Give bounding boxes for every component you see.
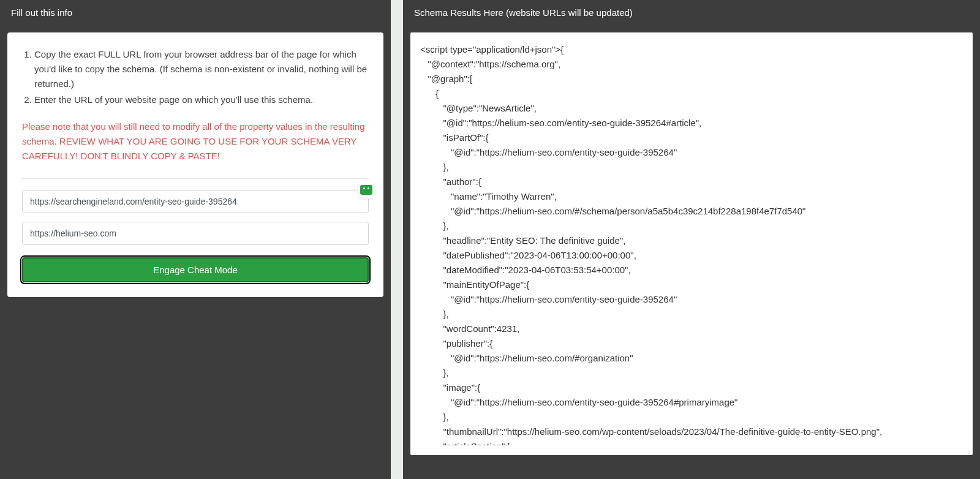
- instruction-item: Enter the URL of your website page on wh…: [34, 92, 369, 107]
- instruction-item: Copy the exact FULL URL from your browse…: [34, 47, 369, 91]
- divider: [22, 178, 369, 179]
- right-panel-header: Schema Results Here (website URLs will b…: [403, 0, 980, 25]
- target-url-input[interactable]: [22, 222, 369, 245]
- robot-icon: [358, 181, 375, 198]
- left-panel-header: Fill out this info: [0, 0, 391, 25]
- left-panel-body: Copy the exact FULL URL from your browse…: [0, 25, 391, 479]
- right-panel-body: <script type="application/ld+json">{ "@c…: [403, 25, 980, 479]
- left-panel: Fill out this info Copy the exact FULL U…: [0, 0, 391, 479]
- warning-text: Please note that you will still need to …: [22, 119, 369, 164]
- instructions: Copy the exact FULL URL from your browse…: [22, 47, 369, 107]
- form-card: Copy the exact FULL URL from your browse…: [7, 32, 383, 297]
- engage-button[interactable]: Engage Cheat Mode: [22, 257, 369, 282]
- results-container: <script type="application/ld+json">{ "@c…: [410, 32, 973, 455]
- right-panel: Schema Results Here (website URLs will b…: [403, 0, 980, 479]
- target-url-group: [22, 222, 369, 245]
- source-url-group: [22, 190, 369, 213]
- source-url-input[interactable]: [22, 190, 369, 213]
- schema-output[interactable]: <script type="application/ld+json">{ "@c…: [420, 42, 963, 445]
- results-scroll[interactable]: <script type="application/ld+json">{ "@c…: [420, 42, 969, 445]
